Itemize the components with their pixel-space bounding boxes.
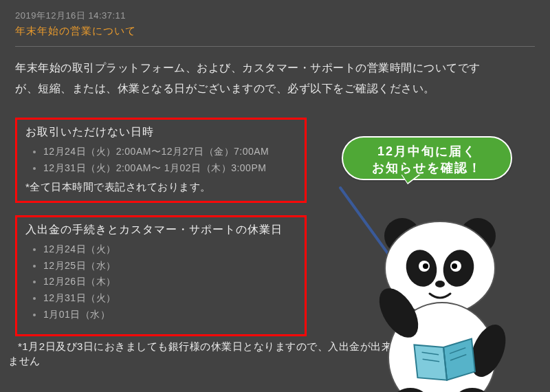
panda-illustration bbox=[361, 203, 540, 392]
no-trading-box: お取引いただけない日時 12月24日（火）2:00AM〜12月27日（金）7:0… bbox=[15, 118, 307, 203]
holiday-heading: 入出金の手続きとカスタマー・サポートの休業日 bbox=[25, 223, 296, 237]
list-item: 12月26日（木） bbox=[43, 274, 296, 290]
svg-point-8 bbox=[423, 263, 428, 269]
speech-bubble: 12月中旬に届く お知らせを確認！ bbox=[342, 136, 512, 180]
intro-paragraph: 年末年始の取引プラットフォーム、および、カスタマー・サポートの営業時間についてで… bbox=[15, 58, 483, 98]
no-trading-heading: お取引いただけない日時 bbox=[25, 125, 296, 140]
post-timestamp: 2019年12月16日 14:37:11 bbox=[15, 10, 535, 22]
list-item: 12月31日（火）2:00AM〜 1月02日（木）3:00PM bbox=[43, 160, 296, 177]
divider bbox=[15, 46, 535, 47]
list-item: 12月24日（火） bbox=[43, 241, 296, 258]
holiday-list: 12月24日（火） 12月25日（水） 12月26日（木） 12月31日（火） … bbox=[25, 241, 296, 323]
bubble-line1: 12月中旬に届く bbox=[377, 144, 476, 158]
list-item: 12月25日（水） bbox=[43, 258, 296, 274]
list-item: 1月01日（水） bbox=[43, 307, 296, 323]
svg-point-10 bbox=[435, 281, 445, 287]
post-title: 年末年始の営業について bbox=[15, 25, 535, 38]
no-trading-list: 12月24日（火）2:00AM〜12月27日（金）7:00AM 12月31日（火… bbox=[25, 144, 296, 177]
holiday-box: 入出金の手続きとカスタマー・サポートの休業日 12月24日（火） 12月25日（… bbox=[15, 215, 307, 336]
bubble-line2: お知らせを確認！ bbox=[372, 161, 482, 175]
list-item: 12月24日（火）2:00AM〜12月27日（金）7:00AM bbox=[43, 144, 296, 160]
no-trading-note: *全て日本時間で表記されております。 bbox=[25, 181, 296, 194]
svg-point-9 bbox=[452, 263, 457, 269]
list-item: 12月31日（火） bbox=[43, 290, 296, 307]
